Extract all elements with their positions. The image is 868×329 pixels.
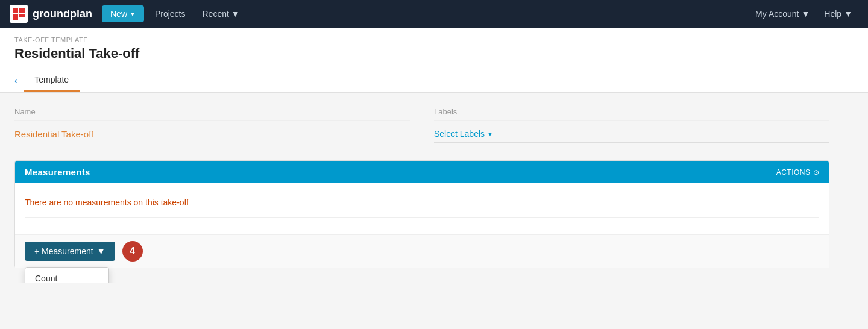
form-row: Name Residential Take-off Labels Select … (14, 107, 829, 143)
name-group: Name Residential Take-off (14, 107, 410, 143)
help-link[interactable]: Help ▼ (818, 9, 858, 19)
add-measurement-wrapper: + Measurement ▼ Count Length Area (25, 242, 115, 261)
labels-group: Labels Select Labels ▼ (434, 107, 829, 143)
nav-right: My Account ▼ Help ▼ (749, 9, 858, 19)
recent-link[interactable]: Recent ▼ (197, 9, 246, 19)
page-header: TAKE-OFF TEMPLATE Residential Take-off ‹… (0, 28, 868, 93)
my-account-caret: ▼ (801, 9, 810, 19)
measurements-title: Measurements (25, 167, 90, 177)
svg-rect-2 (13, 14, 18, 20)
measurement-dropdown: Count Length Area (25, 267, 109, 283)
new-button[interactable]: New ▼ (102, 5, 144, 22)
brand-name: groundplan (33, 8, 92, 20)
card-footer: + Measurement ▼ Count Length Area 4 (15, 234, 829, 268)
page-title: Residential Take-off (14, 46, 854, 61)
actions-button[interactable]: ACTIONS ⊙ (776, 168, 819, 177)
add-measurement-button[interactable]: + Measurement ▼ (25, 242, 115, 261)
new-button-label: New (110, 9, 127, 19)
tabs: ‹ Template (14, 69, 854, 92)
step-badge: 4 (122, 241, 143, 262)
help-caret: ▼ (844, 9, 852, 19)
my-account-link[interactable]: My Account ▼ (749, 9, 816, 19)
svg-rect-1 (19, 8, 25, 13)
name-value: Residential Take-off (14, 129, 410, 143)
svg-rect-3 (19, 14, 25, 17)
svg-rect-0 (13, 8, 18, 13)
name-label: Name (14, 107, 410, 116)
select-labels-caret: ▼ (487, 131, 493, 137)
main-content: Name Residential Take-off Labels Select … (0, 93, 844, 283)
card-header: Measurements ACTIONS ⊙ (15, 161, 829, 183)
dropdown-item-count[interactable]: Count (25, 268, 108, 283)
measurements-card: Measurements ACTIONS ⊙ There are no meas… (14, 160, 829, 268)
new-button-caret: ▼ (130, 11, 136, 17)
brand: groundplan (10, 5, 92, 23)
tab-back-button[interactable]: ‹ (14, 70, 24, 91)
navbar: groundplan New ▼ Projects Recent ▼ My Ac… (0, 0, 868, 28)
select-labels-button[interactable]: Select Labels ▼ (434, 129, 829, 143)
card-body: There are no measurements on this take-o… (15, 183, 829, 234)
brand-logo (10, 5, 28, 23)
actions-caret: ⊙ (813, 168, 820, 177)
breadcrumb: TAKE-OFF TEMPLATE (14, 36, 854, 43)
recent-caret: ▼ (231, 9, 240, 19)
add-measurement-caret: ▼ (97, 246, 105, 256)
projects-link[interactable]: Projects (149, 9, 192, 19)
template-tab[interactable]: Template (24, 69, 80, 92)
labels-label: Labels (434, 107, 829, 116)
no-measurements-message: There are no measurements on this take-o… (25, 193, 819, 218)
